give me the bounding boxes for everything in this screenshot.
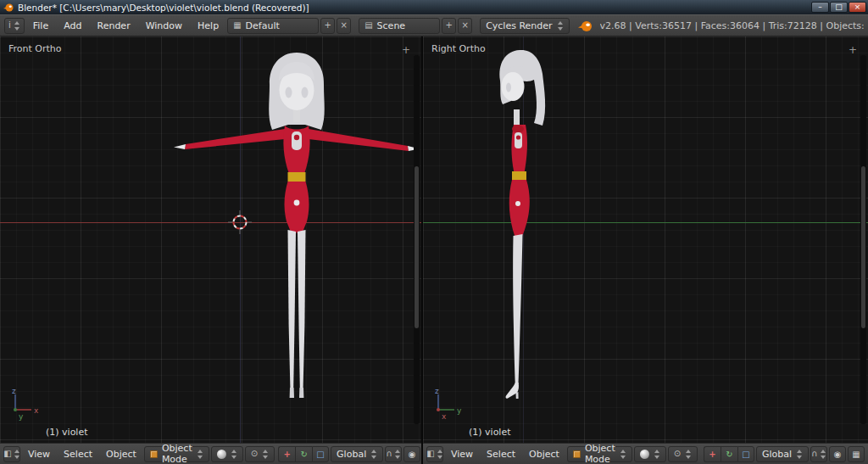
svg-text:z: z [12,387,16,395]
region-expand-plus-icon[interactable]: + [402,45,410,55]
manipulator-toggles: + ↻ □ [704,446,754,462]
view-menu[interactable]: View [22,447,56,461]
manipulator-translate-toggle[interactable]: + [278,446,295,462]
viewport-scrollbar[interactable] [860,55,866,424]
screen-layout-dropdown[interactable]: ▦ Default [227,18,319,34]
window-titlebar: Blender* [C:\Users\mary\Desktop\violet\v… [0,0,868,14]
view-name-label: Right Ortho [431,43,486,54]
editor-type-button[interactable]: i [4,18,25,34]
snap-toggle[interactable]: ∩ [810,446,827,462]
minimize-button[interactable]: – [811,2,829,13]
3d-cursor[interactable] [228,210,252,234]
x-icon: × [340,21,347,30]
manipulator-scale-toggle[interactable]: □ [737,446,754,462]
scene-icon: ▤ [364,21,372,30]
object-mode-icon [573,450,581,458]
magnet-icon: ∩ [387,450,392,458]
manipulator-rotate-toggle[interactable]: ↻ [295,446,312,462]
svg-text:y: y [19,412,24,421]
window-title: Blender* [C:\Users\mary\Desktop\violet\v… [18,3,309,13]
transform-orientation-dropdown[interactable]: Global [331,446,383,462]
render-opengl-anim-button[interactable]: ▦ [848,446,865,462]
dropdown-arrows-icon [685,449,692,460]
view-name-label: Front Ortho [8,43,62,54]
manipulator-rotate-toggle[interactable]: ↻ [721,446,737,462]
plus-icon: + [445,21,452,30]
menu-file[interactable]: File [26,19,55,33]
viewport-scrollbar[interactable] [414,55,420,424]
snap-toggle[interactable]: ∩ [385,446,402,462]
viewport-area: Front Ortho (1) violet x z y + [0,36,868,443]
svg-text:x: x [34,406,39,415]
svg-text:y: y [457,406,462,415]
mode-label: Object Mode [585,443,615,464]
editor-type-button[interactable]: ◧ [426,446,443,462]
manipulator-scale-toggle[interactable]: □ [312,446,329,462]
character-front[interactable] [174,53,420,398]
character-side[interactable] [499,50,545,399]
region-expand-plus-icon[interactable]: + [849,45,857,55]
menu-help[interactable]: Help [191,19,225,33]
dropdown-arrows-icon [620,449,626,460]
render-opengl-button[interactable]: ◉ [829,446,846,462]
dropdown-arrows-icon [14,449,20,460]
close-button[interactable]: × [849,2,866,13]
screen-layout-value: Default [246,20,280,31]
transform-orientation-dropdown[interactable]: Global [756,446,809,462]
viewport-shading-dropdown[interactable] [211,446,243,462]
dropdown-arrows-icon [557,20,564,31]
menu-render[interactable]: Render [91,19,137,33]
object-menu[interactable]: Object [523,447,565,461]
plus-icon: + [324,21,331,30]
viewport-shading-dropdown[interactable] [634,446,666,462]
view-menu[interactable]: View [445,447,479,461]
select-menu[interactable]: Select [481,447,521,461]
scene-dropdown[interactable]: ▤ Scene [359,18,440,34]
viewport-front[interactable]: Front Ortho (1) violet x z y + [0,36,421,443]
dropdown-arrows-icon [231,449,237,460]
dropdown-arrows-icon [820,449,826,460]
model-front-view[interactable] [0,36,421,443]
delete-screen-layout-button[interactable]: × [337,18,351,34]
select-menu[interactable]: Select [58,447,98,461]
manipulator-translate-toggle[interactable]: + [704,446,721,462]
dropdown-arrows-icon [654,449,660,460]
viewport-shading-icon [640,450,649,459]
pivot-point-dropdown[interactable]: ⊙ [668,446,698,462]
viewport-right-ortho[interactable]: Right Ortho (1) violet y z x + [423,36,868,443]
editor-type-button[interactable]: ◧ [3,446,20,462]
screen-layout-icon: ▦ [233,21,241,30]
info-editor-icon: i [8,21,11,30]
viewport-header-right-ortho: ◧ View Select Object Object Mode ⊙ + ↻ □… [423,443,868,464]
orientation-label: Global [337,449,366,460]
mini-axis-gizmo: y z x [431,387,467,421]
scene-statistics: v2.68 | Verts:36517 | Faces:36064 | Tris… [600,20,864,31]
render-engine-dropdown[interactable]: Cycles Render [480,18,569,34]
maximize-button[interactable]: □ [830,2,848,13]
render-opengl-button[interactable]: ◉ [403,446,420,462]
3d-view-editor-icon: ◧ [426,450,434,458]
blender-app-icon [3,3,14,13]
dropdown-arrows-icon [437,449,443,460]
magnet-icon: ∩ [811,450,817,458]
pivot-point-dropdown[interactable]: ⊙ [245,446,275,462]
object-menu[interactable]: Object [100,447,142,461]
menu-window[interactable]: Window [139,19,189,33]
scrollbar-thumb[interactable] [415,166,419,328]
svg-text:x: x [442,412,447,421]
dropdown-arrows-icon [394,449,401,460]
dropdown-arrows-icon [262,449,269,460]
model-side-view[interactable] [423,36,868,443]
mode-dropdown[interactable]: Object Mode [567,446,632,462]
blender-logo-icon [578,20,593,32]
info-header: i File Add Render Window Help ▦ Default … [0,14,868,36]
add-screen-layout-button[interactable]: + [320,18,335,34]
window-controls: – □ × [811,2,868,13]
menu-add[interactable]: Add [57,19,88,33]
mini-axis-gizmo: x z y [8,387,44,421]
scrollbar-thumb[interactable] [861,166,865,328]
add-scene-button[interactable]: + [442,18,456,34]
viewport-headers: ◧ View Select Object Object Mode ⊙ + ↻ □… [0,443,868,464]
mode-dropdown[interactable]: Object Mode [144,446,209,462]
delete-scene-button[interactable]: × [458,18,472,34]
